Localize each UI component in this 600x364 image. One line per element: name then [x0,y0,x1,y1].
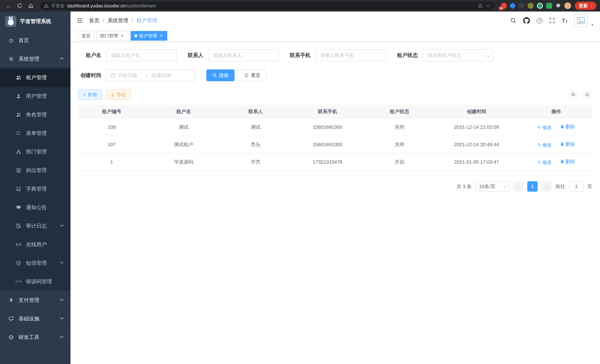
extension-icon-2[interactable] [509,2,516,9]
cell-created-at: 2021-12-14 21:02:09 [433,118,520,136]
reset-button[interactable]: 重置 [238,69,266,81]
url-text: dashboard.yudao.iocoder.cn/system/tenant [67,3,156,9]
table-row[interactable]: 1 芋道源码 芋艿 17321315478 开启 2021-01-05 17:0… [78,153,592,171]
delete-link[interactable]: 删除 [560,141,575,148]
extension-icon-1[interactable]: 10 [501,3,507,9]
table-row[interactable]: 108 测试 测试 15601691300 关闭 2021-12-14 21:0… [78,118,592,136]
bookmark-star-icon[interactable]: ☆ [486,3,490,9]
date-separator: - [144,73,150,78]
tab-tenant-management[interactable]: 租户管理 × [131,31,167,41]
goto-page-input[interactable] [569,181,584,192]
sidebar-item-label: 基础设施 [19,315,39,322]
calendar-icon [110,73,115,78]
page-size-select[interactable]: 10条/页 [475,181,509,192]
sidebar-item-audit-log[interactable]: 审计日志 [0,217,71,235]
search-button[interactable]: 搜索 [206,69,234,81]
sidebar-item-post-management[interactable]: 岗位管理 [0,161,71,180]
end-date-input[interactable] [152,73,176,78]
breadcrumb-system[interactable]: 系统管理 [108,17,128,24]
close-icon[interactable]: × [159,33,164,38]
sidebar-item-payment[interactable]: ¥ 支付管理 [0,291,71,309]
table-row[interactable]: 107 测试租户 秃头 15601691300 关闭 2021-12-14 20… [78,136,592,153]
prev-page-button[interactable]: ‹ [513,181,524,192]
sidebar-item-user-management[interactable]: 用户管理 [0,87,71,105]
cell-contact: 测试 [222,118,289,136]
sidebar-collapse-button[interactable] [76,17,83,24]
column-tenant-name: 租户名 [145,105,222,118]
sidebar-item-label: 角色管理 [26,111,47,118]
app-logo[interactable]: 芋道管理系统 [0,11,71,31]
chevron-down-icon [60,334,64,338]
sidebar-item-infrastructure[interactable]: 基础设施 [0,309,71,328]
chevron-down-icon [60,260,64,264]
next-page-button[interactable]: › [541,181,552,192]
sidebar-item-home[interactable]: 首页 [0,31,71,50]
sidebar-item-menu-management[interactable]: 菜单管理 [0,124,71,142]
sidebar-item-dict-management[interactable]: 字典管理 [0,180,71,198]
phone-input[interactable] [315,49,386,61]
reload-button[interactable] [15,1,25,10]
delete-link[interactable]: 删除 [560,159,575,165]
header-search-button[interactable] [510,18,516,24]
extension-icon-5[interactable] [537,3,543,9]
sidebar-item-label: 租户管理 [26,74,47,81]
sidebar-item-notice[interactable]: 通知公告 [0,198,71,217]
sidebar-item-label: 在线用户 [26,241,47,248]
user-avatar[interactable] [574,14,588,27]
fullscreen-button[interactable] [549,18,555,24]
create-time-range-picker[interactable]: - [106,69,195,81]
edit-link[interactable]: ✎修改 [537,159,552,166]
home-button[interactable] [26,1,36,10]
tab-dept-management[interactable]: 部门管理 × [96,31,128,41]
github-link[interactable] [523,17,530,24]
share-icon[interactable] [478,3,483,8]
extension-icon-6[interactable] [546,3,552,9]
back-button[interactable]: ← [4,1,13,10]
extension-icon-4[interactable] [528,3,534,9]
avatar-caret-icon[interactable]: ▾ [591,22,593,27]
browser-menu-icon[interactable]: ⋮ [589,3,594,9]
github-icon [523,17,530,24]
browser-profile-avatar[interactable] [564,2,571,9]
reload-icon [17,3,22,9]
update-button[interactable]: 更新 ⋮ [575,2,596,10]
export-button[interactable]: 导出 [106,89,131,100]
cell-phone: 15601691300 [289,136,366,153]
tenant-name-input[interactable] [106,49,177,61]
page-1-button[interactable]: 1 [527,181,538,192]
tab-home[interactable]: 首页 [78,31,94,41]
delete-link[interactable]: 删除 [560,123,575,130]
sidebar: 芋道管理系统 首页 系统管理 租户管理 用户管理 [0,11,71,364]
sidebar-item-dev-tools[interactable]: 研发工具 [0,328,71,346]
edit-link[interactable]: ✎修改 [537,124,552,131]
sidebar-item-dept-management[interactable]: 部门管理 [0,142,71,161]
sidebar-item-role-management[interactable]: 角色管理 [0,105,71,124]
people-icon [16,112,21,117]
dashboard-icon [8,38,14,43]
sidebar-menu: 首页 系统管理 租户管理 用户管理 角色管理 [0,31,71,346]
edit-link[interactable]: ✎修改 [537,142,552,148]
font-size-button[interactable]: TT [562,18,568,24]
status-select[interactable] [423,49,493,61]
sidebar-item-online-users[interactable]: 在线用户 [0,235,71,254]
shield-icon [16,261,21,266]
chevron-down-icon [503,185,506,188]
sidebar-item-tenant-management[interactable]: 租户管理 [0,68,71,87]
contact-input[interactable] [208,49,279,61]
refresh-table-button[interactable] [582,90,592,99]
start-date-input[interactable] [118,73,141,78]
toggle-search-button[interactable] [568,90,578,99]
security-label[interactable]: 不安全 [51,3,65,9]
help-button[interactable]: ? [536,18,543,24]
cell-tenant-id: 108 [78,118,145,136]
add-button[interactable]: + 新增 [78,89,102,100]
sidebar-item-sms-management[interactable]: 短信管理 [0,254,71,272]
breadcrumb-home[interactable]: 首页 [89,17,99,24]
extensions-puzzle-icon[interactable] [555,3,561,9]
trash-icon [560,124,564,129]
sidebar-item-system-management[interactable]: 系统管理 [0,50,71,68]
extension-icon-3[interactable] [518,3,524,9]
sidebar-item-error-code[interactable]: </> 错误码管理 [0,272,71,291]
url-bar[interactable]: 不安全 dashboard.yudao.iocoder.cn/system/te… [40,2,494,10]
close-icon[interactable]: × [120,33,125,38]
